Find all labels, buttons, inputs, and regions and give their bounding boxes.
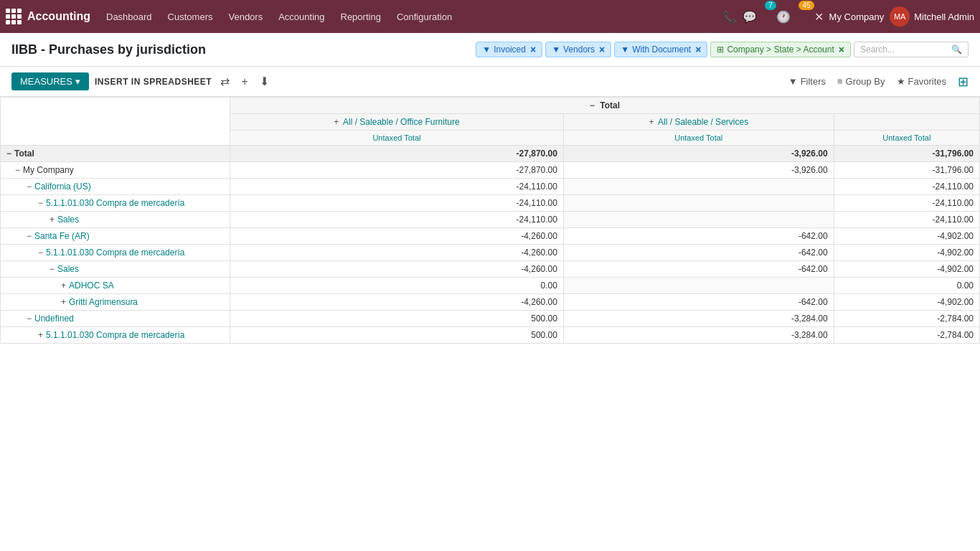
expand-icon[interactable]: − bbox=[38, 198, 43, 208]
filters-link[interactable]: ▼ Filters bbox=[788, 76, 826, 87]
col-metric-1: Untaxed Total bbox=[230, 131, 564, 146]
groupby-label: Group By bbox=[846, 76, 885, 87]
measures-chevron: ▾ bbox=[75, 76, 80, 87]
add-icon[interactable]: + bbox=[238, 74, 250, 90]
clock-badge: 45 bbox=[798, 1, 814, 10]
value-cell: -24,110.00 bbox=[230, 179, 564, 195]
filter-invoiced-close[interactable]: × bbox=[530, 44, 536, 55]
value-cell: -4,260.00 bbox=[230, 228, 564, 245]
filter-vendors[interactable]: ▼ Vendors × bbox=[545, 42, 611, 57]
expand-icon[interactable]: − bbox=[15, 165, 20, 175]
label-cell: +Gritti Agrimensura bbox=[1, 294, 230, 311]
expand-icon[interactable]: + bbox=[38, 330, 43, 340]
value-cell: -642.00 bbox=[563, 294, 834, 311]
value-cell: -3,926.00 bbox=[563, 162, 834, 179]
nav-vendors[interactable]: Vendors bbox=[221, 9, 270, 25]
filter-vendors-close[interactable]: × bbox=[599, 44, 605, 55]
value-cell: 0.00 bbox=[230, 278, 564, 294]
table-row: −Total-27,870.00-3,926.00-31,796.00 bbox=[1, 146, 980, 162]
nav-configuration[interactable]: Configuration bbox=[390, 9, 459, 25]
minus-total[interactable]: − bbox=[590, 100, 595, 110]
label-cell: −Undefined bbox=[1, 311, 230, 327]
nav-reporting[interactable]: Reporting bbox=[334, 9, 388, 25]
filter-group-by-close[interactable]: × bbox=[839, 44, 844, 55]
expand-icon[interactable]: + bbox=[61, 281, 66, 291]
user-name: Mitchell Admin bbox=[914, 11, 974, 22]
value-cell: -2,784.00 bbox=[834, 327, 979, 344]
table-row: +Gritti Agrimensura-4,260.00-642.00-4,90… bbox=[1, 294, 980, 311]
value-cell bbox=[563, 212, 834, 228]
label-cell: −My Company bbox=[1, 162, 230, 179]
filter-with-document-close[interactable]: × bbox=[695, 44, 701, 55]
expand-icon[interactable]: − bbox=[27, 182, 32, 192]
value-cell: -2,784.00 bbox=[834, 311, 979, 327]
brand: Accounting bbox=[27, 10, 90, 23]
filter-grid-icon: ⊞ bbox=[717, 44, 724, 55]
main-content: IIBB - Purchases by jurisdiction ▼ Invoi… bbox=[0, 33, 980, 551]
value-cell: -4,902.00 bbox=[834, 245, 979, 261]
user-avatar: MA bbox=[890, 6, 910, 27]
user-menu[interactable]: MA Mitchell Admin bbox=[890, 6, 974, 27]
filter-icon: ▼ bbox=[482, 44, 491, 55]
value-cell bbox=[563, 278, 834, 294]
expand-icon[interactable]: + bbox=[61, 297, 66, 307]
chat-notification[interactable]: 💬 7 bbox=[743, 10, 771, 24]
chat-badge: 7 bbox=[765, 1, 776, 10]
value-cell: -27,870.00 bbox=[230, 146, 564, 162]
compare-icon[interactable]: ⇄ bbox=[217, 73, 232, 90]
groupby-icon: ≡ bbox=[837, 76, 843, 87]
value-cell: 500.00 bbox=[230, 327, 564, 344]
value-cell: -3,284.00 bbox=[563, 327, 834, 344]
value-cell: -31,796.00 bbox=[834, 146, 979, 162]
favorites-link[interactable]: ★ Favorites bbox=[897, 76, 946, 87]
topnav-right: 📞 💬 7 🕐 45 ✕ My Company MA Mitchell Admi… bbox=[722, 6, 974, 27]
expand-icon[interactable]: − bbox=[6, 149, 11, 159]
label-cell: −California (US) bbox=[1, 179, 230, 195]
clock-notification[interactable]: 🕐 45 bbox=[776, 10, 809, 24]
search-placeholder: Search... bbox=[860, 44, 895, 55]
pivot-view-icon[interactable]: ⊞ bbox=[958, 74, 969, 90]
nav-dashboard[interactable]: Dashboard bbox=[99, 9, 159, 25]
table-row: +Sales-24,110.00-24,110.00 bbox=[1, 212, 980, 228]
view-controls: ▼ Filters ≡ Group By ★ Favorites ⊞ bbox=[788, 74, 969, 90]
filter-funnel-icon: ▼ bbox=[788, 76, 798, 87]
table-row: −5.1.1.01.030 Compra de mercadería-4,260… bbox=[1, 245, 980, 261]
label-cell: +ADHOC SA bbox=[1, 278, 230, 294]
table-row: +ADHOC SA0.000.00 bbox=[1, 278, 980, 294]
company-selector[interactable]: My Company bbox=[829, 11, 885, 22]
filter-icon2: ▼ bbox=[552, 44, 560, 55]
expand-icon[interactable]: − bbox=[27, 314, 32, 324]
label-cell: −Total bbox=[1, 146, 230, 162]
expand-icon[interactable]: − bbox=[50, 264, 55, 274]
groupby-link[interactable]: ≡ Group By bbox=[837, 76, 885, 87]
expand-icon[interactable]: − bbox=[27, 231, 32, 241]
value-cell: -642.00 bbox=[563, 261, 834, 278]
table-row: −5.1.1.01.030 Compra de mercadería-24,11… bbox=[1, 195, 980, 212]
col-sub-services: + All / Saleable / Services bbox=[563, 114, 834, 131]
insert-spreadsheet-button[interactable]: INSERT IN SPREADSHEET bbox=[95, 77, 212, 87]
filter-group-by[interactable]: ⊞ Company > State > Account × bbox=[710, 42, 851, 57]
filter-invoiced[interactable]: ▼ Invoiced × bbox=[476, 42, 542, 57]
table-row: −California (US)-24,110.00-24,110.00 bbox=[1, 179, 980, 195]
label-cell: +Sales bbox=[1, 212, 230, 228]
wrench-icon[interactable]: ✕ bbox=[814, 10, 824, 24]
phone-icon[interactable]: 📞 bbox=[722, 10, 737, 24]
search-box[interactable]: Search... 🔍 bbox=[854, 42, 969, 57]
value-cell: 500.00 bbox=[230, 311, 564, 327]
pivot-table: − Total + All / Saleable / Office Furnit… bbox=[0, 97, 980, 344]
value-cell: -24,110.00 bbox=[834, 212, 979, 228]
expand-icon[interactable]: − bbox=[38, 248, 43, 258]
nav-accounting[interactable]: Accounting bbox=[271, 9, 331, 25]
expand-icon[interactable]: + bbox=[50, 215, 55, 225]
favorites-label: Favorites bbox=[908, 76, 946, 87]
value-cell: -31,796.00 bbox=[834, 162, 979, 179]
download-icon[interactable]: ⬇ bbox=[257, 73, 272, 90]
action-bar: MEASURES ▾ INSERT IN SPREADSHEET ⇄ + ⬇ ▼… bbox=[0, 67, 980, 97]
col-sub-total bbox=[834, 114, 979, 131]
nav-customers[interactable]: Customers bbox=[161, 9, 220, 25]
filter-with-document-label: With Document bbox=[632, 44, 691, 55]
apps-icon[interactable] bbox=[6, 9, 22, 24]
brand-label: Accounting bbox=[27, 10, 90, 23]
measures-button[interactable]: MEASURES ▾ bbox=[11, 72, 89, 90]
filter-with-document[interactable]: ▼ With Document × bbox=[614, 42, 707, 57]
